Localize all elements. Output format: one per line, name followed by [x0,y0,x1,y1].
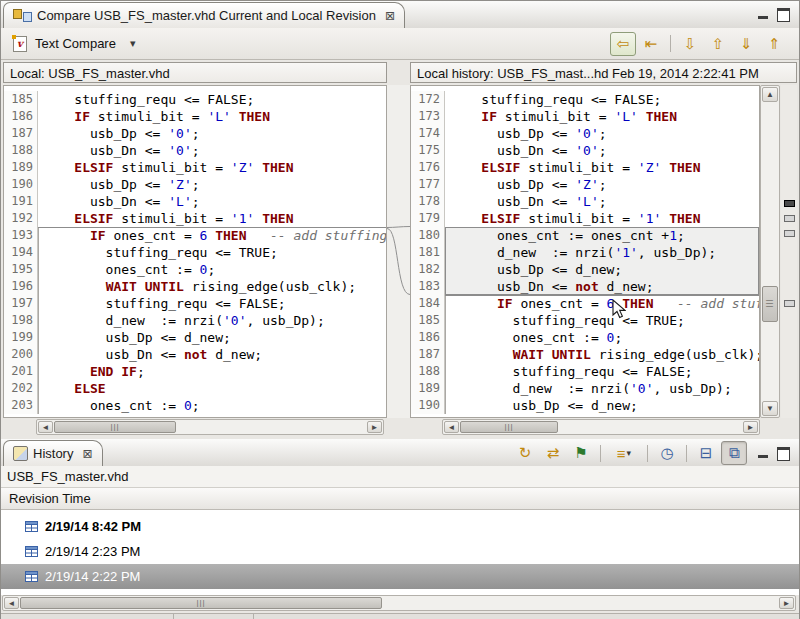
close-icon[interactable]: ⊠ [82,447,92,461]
code-text[interactable]: usb_Dp <= '0'; [445,125,759,142]
collapse-all-button[interactable]: ⊟ [693,441,719,465]
revision-row[interactable]: 2/19/14 2:22 PM [1,564,799,589]
code-text[interactable]: stuffing_requ <= TRUE; [445,312,759,329]
code-text[interactable]: stuffing_requ <= TRUE; [38,244,386,261]
next-difference-button[interactable]: ⇩ [677,32,703,56]
copy-all-from-right-to-left-button[interactable]: ⇦ [610,32,636,56]
copy-current-change-from-right-to-left-button[interactable]: ⇤ [638,32,664,56]
code-text[interactable]: stuffing_requ <= FALSE; [445,363,759,380]
pin-this-history-view-button[interactable]: ⚑ [568,441,594,465]
scroll-right-icon[interactable]: ► [779,597,794,609]
chevron-down-icon: ▾ [627,448,632,458]
line-number: 182 [411,261,445,278]
right-horizontal-scrollbar[interactable]: ◄ ► ||| [442,419,760,435]
revision-table-icon [25,521,38,532]
code-text[interactable]: usb_Dn <= not d_new; [38,346,386,363]
scroll-right-icon[interactable]: ► [367,421,382,433]
code-text[interactable]: ones_cnt := 0; [38,261,386,278]
code-text[interactable]: d_new := nrzi('0', usb_Dp); [38,312,386,329]
code-text[interactable]: IF stimuli_bit = 'L' THEN [445,108,759,125]
code-text[interactable]: d_new := nrzi('0', usb_Dp); [445,380,759,397]
right-horizontal-scroll-thumb[interactable]: ||| [460,421,558,433]
overview-diff-marker[interactable] [784,200,795,207]
scroll-right-icon[interactable]: ► [743,421,758,433]
copy-all-from-right-to-left-icon: ⇦ [617,35,630,53]
tab-history[interactable]: History ⊠ [3,440,103,466]
next-change-icon: ⇓ [740,35,753,53]
vhdl-file-icon: v [13,36,27,52]
line-number: 188 [411,363,445,380]
link-with-editor-and-selection-button[interactable]: ⇄ [540,441,566,465]
code-text[interactable]: IF ones_cnt = 6 THEN -- add stuffing [38,227,386,244]
chevron-down-icon[interactable]: ▾ [130,37,136,50]
minimize-icon[interactable] [758,13,768,19]
group-revisions-button[interactable]: ≡▾ [607,441,641,465]
right-code-pane[interactable]: 172 stuffing_requ <= FALSE;173 IF stimul… [410,85,760,418]
scroll-down-icon[interactable]: ▼ [762,401,778,416]
line-number: 184 [411,295,445,312]
left-horizontal-scrollbar[interactable]: ◄ ► ||| [36,419,384,435]
left-horizontal-scroll-thumb[interactable]: ||| [54,421,176,433]
date-time-format-button[interactable]: ◷ [654,441,680,465]
previous-difference-button[interactable]: ⇧ [705,32,731,56]
code-line: 184 IF ones_cnt = 6 THEN -- add stuffing [411,295,759,312]
overview-diff-marker[interactable] [784,230,795,237]
code-text[interactable]: ELSIF stimuli_bit = 'Z' THEN [38,159,386,176]
line-number: 179 [411,210,445,227]
vertical-scrollbar[interactable]: ▲ ▼ ||| [760,85,780,418]
code-text[interactable]: usb_Dn <= '0'; [38,142,386,159]
code-text[interactable]: END IF; [38,363,386,380]
code-text[interactable]: usb_Dn <= not d_new; [445,278,759,295]
code-text[interactable]: stuffing_requ <= FALSE; [38,91,386,108]
code-text[interactable]: ELSIF stimuli_bit = '1' THEN [445,210,759,227]
code-text[interactable]: d_new := nrzi('1', usb_Dp); [445,244,759,261]
code-text[interactable]: usb_Dp <= 'Z'; [445,176,759,193]
code-line: 186 IF stimuli_bit = 'L' THEN [4,108,386,125]
code-text[interactable]: ELSIF stimuli_bit = '1' THEN [38,210,386,227]
code-text[interactable]: stuffing_requ <= FALSE; [38,295,386,312]
refresh-button[interactable]: ↻ [512,441,538,465]
code-text[interactable]: WAIT UNTIL rising_edge(usb_clk); [445,346,759,363]
code-text[interactable]: usb_Dp <= d_new; [38,329,386,346]
overview-diff-marker[interactable] [784,300,795,307]
revision-row[interactable]: 2/19/14 8:42 PM [1,514,799,539]
revision-table-icon [25,546,38,557]
code-text[interactable]: usb_Dp <= '0'; [38,125,386,142]
code-text[interactable]: usb_Dp <= d_new; [445,397,759,414]
vertical-scroll-thumb[interactable]: ||| [762,286,778,322]
tab-compare-editor[interactable]: Compare USB_FS_master.vhd Current and Lo… [3,2,405,28]
compare-mode-button[interactable]: ⧉ [721,441,747,465]
scroll-up-icon[interactable]: ▲ [762,87,778,102]
next-change-button[interactable]: ⇓ [733,32,759,56]
code-text[interactable]: WAIT UNTIL rising_edge(usb_clk); [38,278,386,295]
column-header-revision-time[interactable]: Revision Time [1,488,799,510]
revision-row[interactable]: 2/19/14 2:23 PM [1,539,799,564]
maximize-icon[interactable] [777,8,790,22]
history-horizontal-scrollbar[interactable]: ◄ ► ||| [2,595,796,611]
maximize-icon[interactable] [777,447,790,461]
code-text[interactable]: IF stimuli_bit = 'L' THEN [38,108,386,125]
code-text[interactable]: ELSE [38,380,386,397]
history-horizontal-scroll-thumb[interactable]: ||| [20,597,382,609]
code-text[interactable]: usb_Dn <= '0'; [445,142,759,159]
scroll-left-icon[interactable]: ◄ [444,421,459,433]
code-text[interactable]: ELSIF stimuli_bit = 'Z' THEN [445,159,759,176]
close-icon[interactable]: ⊠ [385,9,395,23]
code-text[interactable]: ones_cnt := 0; [38,397,386,414]
previous-change-button[interactable]: ⇑ [761,32,787,56]
code-text[interactable]: usb_Dn <= 'L'; [38,193,386,210]
revision-time: 2/19/14 2:22 PM [45,569,140,584]
overview-diff-marker[interactable] [784,215,795,222]
code-text[interactable]: ones_cnt := 0; [445,329,759,346]
code-text[interactable]: IF ones_cnt = 6 THEN -- add stuffing [445,295,759,312]
code-text[interactable]: usb_Dp <= 'Z'; [38,176,386,193]
left-code-pane[interactable]: 185 stuffing_requ <= FALSE;186 IF stimul… [3,85,387,418]
scroll-left-icon[interactable]: ◄ [38,421,53,433]
code-line: 174 usb_Dp <= '0'; [411,125,759,142]
minimize-icon[interactable] [758,452,768,458]
code-text[interactable]: ones_cnt := ones_cnt +1; [445,227,759,244]
code-text[interactable]: usb_Dp <= d_new; [445,261,759,278]
code-text[interactable]: stuffing_requ <= FALSE; [445,91,759,108]
code-text[interactable]: usb_Dn <= 'L'; [445,193,759,210]
scroll-left-icon[interactable]: ◄ [4,597,19,609]
